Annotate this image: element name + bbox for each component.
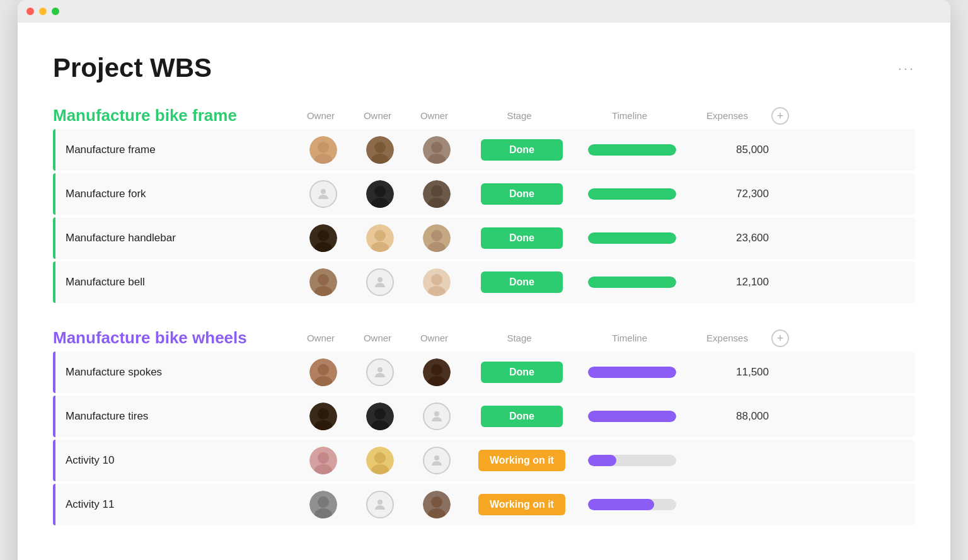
stage-cell: Working on it	[465, 450, 579, 471]
timeline-bar-wrap	[588, 232, 676, 244]
timeline-bar	[588, 277, 676, 288]
timeline-bar	[588, 367, 676, 378]
owner-2	[352, 491, 408, 518]
stage-cell: Done	[465, 271, 579, 293]
status-badge: Done	[481, 183, 563, 205]
avatar-placeholder	[423, 447, 451, 474]
owner-1	[295, 136, 352, 164]
col-owner-2: Owner	[349, 110, 406, 121]
avatar-placeholder	[366, 491, 394, 518]
status-badge: Done	[481, 362, 563, 383]
table-row: Activity 10 Working on it	[53, 440, 915, 481]
main-content: Project WBS ··· Manufacture bike frame O…	[18, 23, 950, 560]
table-row: Manufacture fork Done	[53, 173, 915, 215]
owner-2	[352, 403, 408, 430]
stage-cell: Done	[465, 362, 579, 383]
svg-point-1	[318, 142, 329, 153]
svg-point-58	[431, 496, 442, 508]
svg-point-28	[377, 277, 383, 282]
section-title-bike-frame: Manufacture bike frame	[53, 106, 292, 125]
status-badge: Done	[481, 406, 563, 427]
timeline-bar-wrap	[588, 411, 676, 422]
add-column-button-2[interactable]: +	[771, 329, 789, 347]
svg-point-9	[321, 189, 326, 194]
stage-cell: Done	[465, 183, 579, 205]
owner-3	[408, 491, 465, 518]
owner-2	[352, 224, 408, 252]
section-header: Manufacture bike wheels Owner Owner Owne…	[53, 328, 915, 348]
timeline-bar	[588, 455, 616, 466]
svg-point-23	[431, 230, 442, 241]
col-timeline: Timeline	[576, 110, 683, 121]
owner-1	[295, 491, 352, 518]
owner-1	[295, 403, 352, 430]
table-row: Manufacture frame Done 8	[53, 129, 915, 171]
stage-cell: Done	[465, 139, 579, 161]
owner-3	[408, 268, 465, 296]
owner-1	[295, 447, 352, 474]
status-badge: Working on it	[478, 494, 565, 515]
timeline-cell	[579, 367, 686, 378]
status-badge: Done	[481, 227, 563, 249]
task-name: Manufacture handlebar	[55, 232, 295, 244]
svg-point-47	[318, 452, 329, 464]
avatar-placeholder	[366, 358, 394, 386]
stage-cell: Done	[465, 406, 579, 427]
timeline-cell	[579, 411, 686, 422]
svg-point-56	[377, 500, 383, 505]
col-stage: Stage	[463, 110, 576, 121]
expenses-value: 11,500	[686, 366, 774, 379]
owner-3	[408, 180, 465, 208]
col-expenses: Expenses	[683, 110, 771, 121]
timeline-bar	[588, 411, 676, 422]
expenses-value: 23,600	[686, 232, 774, 244]
owner-1	[295, 358, 352, 386]
expenses-value: 12,100	[686, 276, 774, 289]
col-owner-3: Owner	[406, 333, 463, 343]
col-stage: Stage	[463, 333, 576, 343]
app-window: Project WBS ··· Manufacture bike frame O…	[18, 0, 950, 560]
col-owner-2: Owner	[349, 333, 406, 343]
owner-3	[408, 403, 465, 430]
more-options-button[interactable]: ···	[898, 60, 915, 77]
col-owner-3: Owner	[406, 110, 463, 121]
owner-1	[295, 268, 352, 296]
expenses-value: 88,000	[686, 410, 774, 423]
col-owner-1: Owner	[292, 333, 349, 343]
minimize-button[interactable]	[39, 8, 47, 15]
timeline-bar-wrap	[588, 188, 676, 200]
table-row: Manufacture bell Done	[53, 261, 915, 303]
task-name: Activity 11	[55, 498, 295, 511]
task-name: Manufacture tires	[55, 410, 295, 423]
section-bike-frame: Manufacture bike frame Owner Owner Owner…	[53, 106, 915, 303]
svg-point-11	[374, 186, 386, 197]
svg-point-33	[318, 364, 329, 375]
timeline-cell	[579, 188, 686, 200]
task-name: Activity 10	[55, 454, 295, 467]
maximize-button[interactable]	[52, 8, 59, 15]
timeline-bar-wrap	[588, 499, 676, 510]
avatar-placeholder	[423, 403, 451, 430]
avatar-placeholder	[366, 268, 394, 296]
status-badge: Working on it	[478, 450, 565, 471]
add-column-button[interactable]: +	[771, 107, 789, 125]
table-row: Manufacture handlebar Done	[53, 217, 915, 259]
expenses-value: 85,000	[686, 144, 774, 156]
stage-cell: Done	[465, 227, 579, 249]
svg-point-7	[431, 142, 442, 153]
col-owner-1: Owner	[292, 110, 349, 121]
close-button[interactable]	[26, 8, 34, 15]
owner-2	[352, 268, 408, 296]
svg-point-43	[374, 408, 386, 420]
svg-point-37	[431, 364, 442, 375]
timeline-bar	[588, 188, 676, 200]
svg-point-40	[318, 408, 329, 420]
section-title-bike-wheels: Manufacture bike wheels	[53, 328, 292, 348]
svg-point-4	[374, 142, 386, 153]
table-row: Manufacture spokes Done	[53, 351, 915, 393]
owner-3	[408, 224, 465, 252]
svg-point-26	[318, 274, 329, 285]
svg-point-20	[374, 230, 386, 241]
timeline-bar-wrap	[588, 144, 676, 156]
timeline-cell	[579, 277, 686, 288]
